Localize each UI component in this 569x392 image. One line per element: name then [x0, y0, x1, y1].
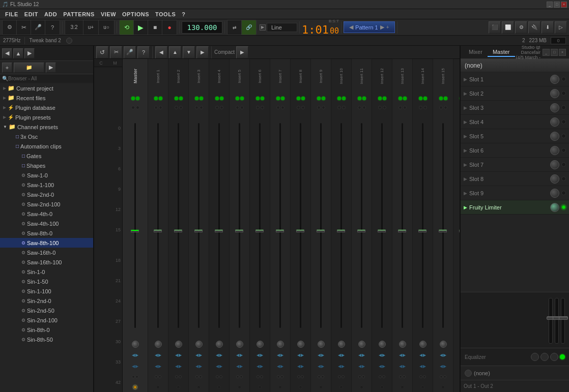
small-send-dot[interactable] — [318, 375, 321, 378]
btn-mode2[interactable]: 🔗 — [242, 20, 256, 35]
browser-item-saw-16th-100[interactable]: ⚙ Saw-16th-100 — [0, 257, 93, 267]
btn-time-sig[interactable]: u+ — [83, 20, 99, 35]
ch-arrow-btn-2[interactable]: ◀ — [379, 364, 382, 369]
slot-led[interactable] — [561, 162, 566, 167]
browser-item-sin-8th-50[interactable]: ⚙ Sin-8th-50 — [0, 335, 93, 344]
slot-led[interactable] — [561, 77, 566, 81]
small-send-dot[interactable] — [419, 375, 422, 378]
channel-6[interactable]: Insert 6◀▶◀▶ — [250, 59, 270, 392]
recv-dot[interactable] — [399, 106, 402, 109]
ch-arrow-btn-2[interactable]: ▶ — [280, 364, 283, 369]
slot-knob[interactable] — [550, 160, 559, 169]
ch-vol-knob[interactable] — [358, 341, 365, 348]
recv-dot[interactable] — [159, 106, 162, 109]
send-dot[interactable] — [159, 97, 162, 100]
fx-slot-6[interactable]: ▶ Slot 6 — [461, 143, 569, 158]
btn-tr6[interactable]: ▷ — [555, 21, 567, 34]
fx-fader-2[interactable] — [555, 298, 559, 344]
ch-arrow-btn-2[interactable]: ▶ — [301, 364, 304, 369]
channel-11[interactable]: Insert 11◀▶◀▶ — [352, 59, 372, 392]
channel-4[interactable]: Insert 4◀▶◀▶ — [209, 59, 230, 392]
browser-item-3xosc[interactable]: □ 3x Osc — [0, 132, 93, 141]
send-dot[interactable] — [215, 97, 219, 100]
browser-item-saw-1-100[interactable]: ⚙ Saw-1-100 — [0, 180, 93, 190]
ch-bottom-dot[interactable] — [319, 385, 323, 389]
ch-arrow-btn[interactable]: ▶ — [321, 353, 324, 357]
recv-dot[interactable] — [419, 106, 422, 109]
line-mode-arrow[interactable]: ▶ — [260, 24, 266, 31]
send-dot[interactable] — [383, 97, 386, 100]
browser-item-sin-2nd-50[interactable]: ⚙ Sin-2nd-50 — [0, 306, 93, 315]
ch-bottom-dot[interactable] — [401, 385, 404, 389]
small-send-dot[interactable] — [280, 375, 283, 378]
ch-vol-knob[interactable] — [419, 341, 426, 348]
send-dot[interactable] — [136, 97, 139, 100]
browser-fwd[interactable]: ▶ — [24, 48, 35, 58]
menu-file[interactable]: FILE — [2, 9, 21, 19]
mixer-btn-right[interactable]: ▶ — [196, 46, 209, 58]
btn-tr1[interactable]: ⬛ — [489, 21, 501, 34]
menu-edit[interactable]: EDIT — [21, 9, 41, 19]
ch-arrow-btn-2[interactable]: ◀ — [175, 364, 178, 369]
ch-vol-knob[interactable] — [132, 341, 139, 348]
small-send-dot[interactable] — [240, 375, 243, 378]
send-dot[interactable] — [261, 97, 264, 100]
ch-bottom-dot[interactable] — [217, 385, 221, 389]
btn-mode1[interactable]: ⇄ — [227, 20, 242, 35]
menu-help[interactable]: ? — [179, 9, 188, 19]
small-send-dot[interactable] — [403, 375, 406, 378]
btn-time-sig2[interactable]: u○ — [99, 20, 114, 35]
browser-item-sin-2nd-0[interactable]: ⚙ Sin-2nd-0 — [0, 296, 93, 306]
small-send-dot[interactable] — [297, 375, 300, 378]
ch-vol-knob[interactable] — [257, 341, 264, 348]
browser-up[interactable]: ▲ — [13, 48, 23, 58]
small-send-dot[interactable] — [379, 375, 382, 378]
ch-arrow-btn[interactable]: ◀ — [318, 353, 321, 357]
ch-arrow-btn[interactable]: ▶ — [280, 353, 283, 357]
ch-arrow-btn[interactable]: ◀ — [358, 353, 361, 357]
browser-item-plugin-db[interactable]: ▶ ⚡ Plugin database — [0, 103, 93, 112]
fx-slot-2[interactable]: ▶ Slot 2 — [461, 86, 569, 101]
ch-arrow-btn[interactable]: ◀ — [399, 353, 402, 357]
recv-dot[interactable] — [276, 106, 280, 109]
send-dot[interactable] — [337, 97, 341, 100]
ch-arrow-btn-2[interactable]: ▶ — [260, 364, 263, 369]
ch-arrow-btn[interactable]: ◀ — [297, 353, 300, 357]
browser-tree[interactable]: ▶ 📁 Current project ▶ 📁 Recent files ▶ ⚡… — [0, 83, 93, 392]
menu-options[interactable]: OPTIONS — [119, 9, 152, 19]
channel-master[interactable]: Master◀▶◀▶ — [123, 59, 148, 392]
btn-record[interactable]: ● — [162, 20, 177, 35]
menu-tools[interactable]: TOOLS — [152, 9, 179, 19]
ch-arrow-btn-2[interactable]: ▶ — [382, 364, 385, 369]
slot-knob[interactable] — [550, 117, 559, 127]
fx-tab-mixer[interactable]: Mixer — [464, 48, 488, 57]
ch-arrow-btn[interactable]: ▶ — [199, 353, 202, 357]
fx-slot-3[interactable]: ▶ Slot 3 — [461, 101, 569, 115]
ch-arrow-btn-2[interactable]: ▶ — [158, 364, 161, 369]
fx-slots-area[interactable]: ▶ Slot 1 ▶ Slot 2 ▶ Slot 3 — [461, 72, 569, 292]
fx-slot-8[interactable]: ▶ Slot 8 — [461, 172, 569, 186]
ch-fader-cell[interactable] — [148, 112, 168, 339]
slot-knob[interactable] — [550, 103, 559, 112]
channel-15[interactable]: Insert 15◀▶◀▶ — [433, 59, 453, 392]
send-dot[interactable] — [423, 97, 427, 100]
small-send-dot[interactable] — [219, 375, 222, 378]
fx-slot-1[interactable]: ▶ Slot 1 — [461, 72, 569, 86]
ch-bottom-dot[interactable] — [299, 385, 302, 389]
channel-3[interactable]: Insert 3◀▶◀▶ — [189, 59, 209, 392]
recv-dot[interactable] — [154, 106, 158, 109]
ch-vol-knob[interactable] — [175, 341, 182, 348]
send-dot[interactable] — [297, 97, 300, 100]
ch-arrow-btn-2[interactable]: ◀ — [419, 364, 422, 369]
mixer-btn-help[interactable]: ? — [137, 46, 150, 58]
small-send-dot[interactable] — [382, 375, 385, 378]
fx-slot-5[interactable]: ▶ Slot 5 — [461, 129, 569, 143]
small-send-dot[interactable] — [301, 375, 304, 378]
ch-bottom-dot[interactable] — [360, 385, 363, 389]
tweak-knob[interactable] — [66, 38, 72, 44]
ch-arrow-btn-2[interactable]: ▶ — [443, 364, 446, 369]
mixer-btn-left[interactable]: ◀ — [155, 46, 167, 58]
channel-8[interactable]: Insert 8◀▶◀▶ — [291, 59, 311, 392]
btn-stop[interactable]: ■ — [148, 20, 162, 35]
channel-14[interactable]: Insert 14◀▶◀▶ — [413, 59, 433, 392]
